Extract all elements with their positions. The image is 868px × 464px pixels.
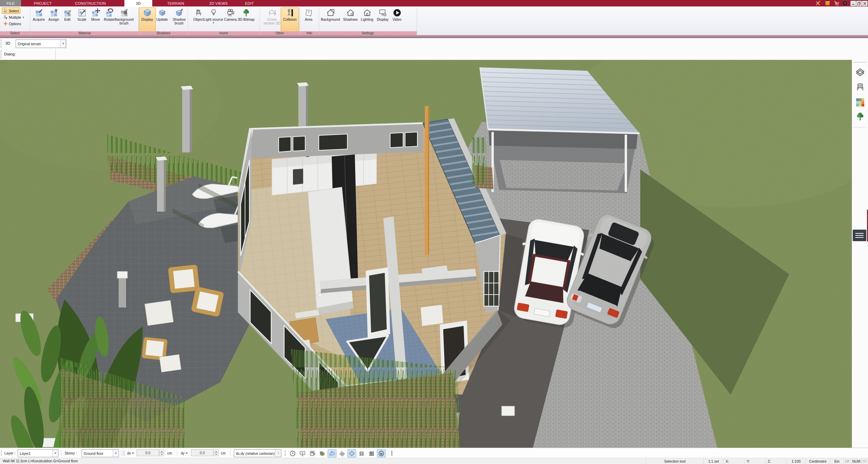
tab-3d-active[interactable]: 3D [124,0,152,6]
button-label: Object [193,18,204,21]
multiple-select-icon [3,15,8,19]
collision-person-icon [286,9,294,17]
tab-edit[interactable]: EDIT [239,0,260,6]
restore-button[interactable] [856,1,862,6]
tree-icon [242,9,250,17]
chevron-down-icon[interactable]: ▼ [113,450,119,457]
close-icon [863,2,866,5]
addon-box-icon[interactable] [824,0,831,6]
insert-3d-bitmap-button[interactable]: 3D-Bitmap [235,7,257,32]
toolbar-overflow-grip[interactable] [391,450,393,456]
status-scale[interactable]: 1:100 [786,458,805,464]
layer-select[interactable]: Layer1▼ [18,449,58,457]
spin-down-icon[interactable] [214,453,219,456]
chevron-down-icon: ▼ [22,16,24,18]
cross-section-3d-button[interactable]: Cross section 3D [261,7,283,32]
select-button[interactable]: Select [2,7,20,14]
button-label: Video [393,18,402,21]
background-settings-button[interactable]: Background [319,7,342,32]
light-bulb-icon [209,9,218,17]
video-button[interactable]: Video [389,7,405,32]
spin-up-icon[interactable] [214,449,219,453]
coordinate-mode-select[interactable]: dx,dy (relative cartesian)▼ [234,449,281,457]
chevron-down-icon[interactable]: ▼ [60,40,66,48]
collision-button[interactable]: Collision [281,7,299,32]
shadow-brush-button[interactable]: Shadow brush [169,7,189,32]
dx-input[interactable]: 0.0 [137,449,164,456]
texture-image-button[interactable] [318,449,327,458]
tile-view-button[interactable] [347,449,356,458]
texture-image-icon [319,450,325,457]
drag-grip[interactable] [1,39,2,48]
roof-view-button[interactable] [328,449,336,458]
dy-value: 0.0 [191,449,213,456]
tab-file[interactable]: FILE [0,0,21,6]
minimize-button[interactable] [850,1,856,6]
house-lighting-icon [363,9,371,17]
planks-icon [339,450,345,457]
display-settings-button[interactable]: Display [375,7,391,32]
display-shadows-button[interactable]: Display [139,7,156,32]
insert-light-source-button[interactable]: Light source▼ [203,7,224,32]
planks-button[interactable] [337,449,346,458]
status-ein[interactable]: Ein [830,458,844,464]
panel-handle[interactable] [853,230,866,241]
background-brush-button[interactable]: Background brush [113,7,135,32]
options-button[interactable]: Options [2,20,23,27]
dy-input[interactable]: 0.0 [191,449,219,456]
update-shadows-button[interactable]: Update [154,7,170,32]
button-label: Collision [283,18,297,21]
chevron-down-icon[interactable]: ▼ [52,450,58,457]
help-icon[interactable]: ? [842,0,848,6]
drag-grip[interactable] [1,50,2,59]
group-caption-settings: Settings [319,31,417,35]
tools-icon[interactable] [815,0,821,6]
movie-camera-icon [226,9,235,17]
viewport-3d[interactable] [0,60,852,448]
status-unit[interactable]: Centimetre [805,458,830,464]
close-button[interactable] [862,1,868,6]
terrain-select[interactable]: Original terrain ▼ [16,39,66,48]
tab-construction[interactable]: CONSTRUCTION [71,0,109,6]
acquire-button[interactable]: Acquire [31,7,47,32]
scale-icon [78,9,86,17]
area-button[interactable]: ?Area [300,7,317,32]
shop-cart-icon[interactable] [833,0,839,6]
tab-2d-views[interactable]: 2D VIEWS [203,0,234,6]
edit-material-button[interactable]: Edit [59,7,75,32]
button-label: Light source [204,18,223,21]
group-caption-insert: Insert [188,31,260,35]
storey-select[interactable]: Ground floor▼ [82,449,119,457]
tab-project[interactable]: PROJECT [27,0,58,6]
render-monitor-button[interactable] [298,449,307,458]
button-label: Scale [77,18,86,21]
spin-up-icon[interactable] [159,449,164,453]
lighting-settings-button[interactable]: Lighting [358,7,376,32]
svg-text:?: ? [844,1,846,5]
viewport-3d-scene[interactable] [0,60,852,448]
layers-curve-button[interactable] [357,449,366,458]
spin-down-icon[interactable] [159,453,164,456]
camera-path-button[interactable] [308,449,317,458]
grid-button[interactable] [367,449,376,458]
view-selector-bar: 3D Original terrain ▼ [0,38,868,49]
sidebar-grip[interactable] [854,62,866,63]
roof-layers-icon[interactable] [855,67,865,78]
cube-display-icon [143,9,152,17]
multiple-button[interactable]: Multiple▼ [2,14,26,20]
dx-unit: cm [167,451,172,455]
bottom-toolbar: Layer : Layer1▼ Storey : Ground floor▼ d… [0,448,868,458]
layers-curve-icon [359,450,365,457]
toolbar-grip[interactable] [1,450,2,456]
north-arrow-button[interactable]: N [377,449,386,458]
tab-terrain[interactable]: TERRAIN [161,0,190,6]
plant-icon[interactable] [855,112,865,122]
toolbar-grip[interactable] [285,450,286,456]
ribbon: Select Multiple▼ Options Acquire Assign … [0,6,868,35]
furniture-icon[interactable] [855,82,865,93]
cursor-icon [3,9,8,13]
color-palette-icon[interactable] [855,97,865,107]
toolbar-grip[interactable] [124,450,125,456]
clock-button[interactable] [288,449,297,458]
shadows-settings-button[interactable]: Shadows [341,7,360,32]
